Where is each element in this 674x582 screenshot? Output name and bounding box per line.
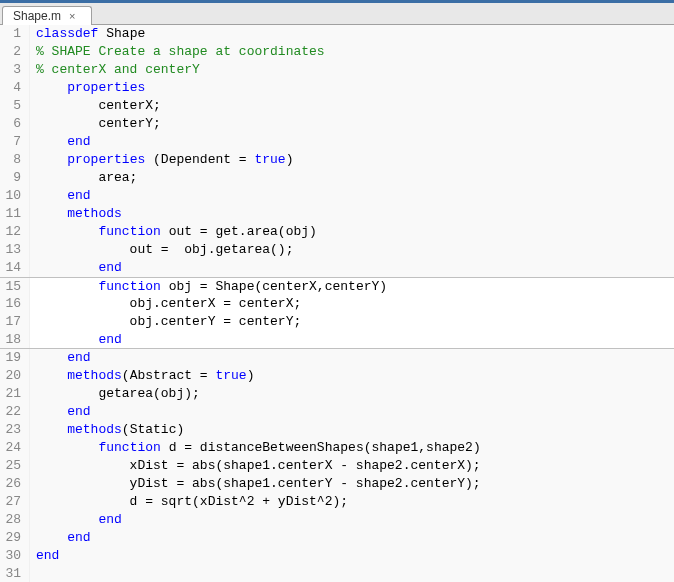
line-number: 9: [0, 169, 30, 187]
code-content[interactable]: classdef Shape: [30, 25, 674, 43]
code-content[interactable]: % centerX and centerY: [30, 61, 674, 79]
line-number: 10: [0, 187, 30, 205]
code-content[interactable]: end: [30, 511, 674, 529]
line-number: 16: [0, 295, 30, 313]
code-content[interactable]: centerX;: [30, 97, 674, 115]
code-content[interactable]: area;: [30, 169, 674, 187]
code-line[interactable]: 10 end: [0, 187, 674, 205]
line-number: 19: [0, 349, 30, 367]
code-content[interactable]: methods: [30, 205, 674, 223]
code-line[interactable]: 21 getarea(obj);: [0, 385, 674, 403]
line-number: 1: [0, 25, 30, 43]
line-number: 15: [0, 278, 30, 295]
code-content[interactable]: [30, 565, 674, 582]
code-line[interactable]: 1classdef Shape: [0, 25, 674, 43]
code-content[interactable]: % SHAPE Create a shape at coordinates: [30, 43, 674, 61]
file-tab-label: Shape.m: [13, 9, 61, 23]
code-line[interactable]: 7 end: [0, 133, 674, 151]
code-content[interactable]: end: [30, 529, 674, 547]
code-line[interactable]: 29 end: [0, 529, 674, 547]
code-content[interactable]: end: [30, 133, 674, 151]
code-line[interactable]: 28 end: [0, 511, 674, 529]
line-number: 27: [0, 493, 30, 511]
code-line[interactable]: 25 xDist = abs(shape1.centerX - shape2.c…: [0, 457, 674, 475]
code-line[interactable]: 15 function obj = Shape(centerX,centerY): [0, 277, 674, 295]
line-number: 7: [0, 133, 30, 151]
line-number: 26: [0, 475, 30, 493]
code-line[interactable]: 12 function out = get.area(obj): [0, 223, 674, 241]
file-tab[interactable]: Shape.m ×: [2, 6, 92, 25]
line-number: 14: [0, 259, 30, 277]
code-content[interactable]: end: [30, 403, 674, 421]
code-content[interactable]: end: [30, 259, 674, 277]
code-content[interactable]: obj.centerX = centerX;: [30, 295, 674, 313]
code-line[interactable]: 31: [0, 565, 674, 582]
code-content[interactable]: d = sqrt(xDist^2 + yDist^2);: [30, 493, 674, 511]
code-line[interactable]: 18 end: [0, 331, 674, 349]
tab-strip: Shape.m ×: [0, 3, 674, 25]
code-content[interactable]: obj.centerY = centerY;: [30, 313, 674, 331]
code-content[interactable]: getarea(obj);: [30, 385, 674, 403]
code-line[interactable]: 16 obj.centerX = centerX;: [0, 295, 674, 313]
line-number: 13: [0, 241, 30, 259]
code-line[interactable]: 3% centerX and centerY: [0, 61, 674, 79]
line-number: 12: [0, 223, 30, 241]
line-number: 4: [0, 79, 30, 97]
code-line[interactable]: 24 function d = distanceBetweenShapes(sh…: [0, 439, 674, 457]
code-line[interactable]: 2% SHAPE Create a shape at coordinates: [0, 43, 674, 61]
code-line[interactable]: 13 out = obj.getarea();: [0, 241, 674, 259]
code-content[interactable]: end: [30, 349, 674, 367]
line-number: 3: [0, 61, 30, 79]
code-content[interactable]: yDist = abs(shape1.centerY - shape2.cent…: [30, 475, 674, 493]
line-number: 31: [0, 565, 30, 582]
code-line[interactable]: 6 centerY;: [0, 115, 674, 133]
code-content[interactable]: function d = distanceBetweenShapes(shape…: [30, 439, 674, 457]
code-content[interactable]: xDist = abs(shape1.centerX - shape2.cent…: [30, 457, 674, 475]
line-number: 17: [0, 313, 30, 331]
code-content[interactable]: properties: [30, 79, 674, 97]
line-number: 20: [0, 367, 30, 385]
line-number: 18: [0, 331, 30, 348]
line-number: 5: [0, 97, 30, 115]
code-content[interactable]: end: [30, 187, 674, 205]
line-number: 24: [0, 439, 30, 457]
code-content[interactable]: centerY;: [30, 115, 674, 133]
code-content[interactable]: function out = get.area(obj): [30, 223, 674, 241]
code-content[interactable]: end: [30, 331, 674, 348]
code-content[interactable]: methods(Abstract = true): [30, 367, 674, 385]
line-number: 11: [0, 205, 30, 223]
line-number: 28: [0, 511, 30, 529]
code-line[interactable]: 5 centerX;: [0, 97, 674, 115]
code-line[interactable]: 26 yDist = abs(shape1.centerY - shape2.c…: [0, 475, 674, 493]
code-line[interactable]: 8 properties (Dependent = true): [0, 151, 674, 169]
line-number: 21: [0, 385, 30, 403]
code-line[interactable]: 9 area;: [0, 169, 674, 187]
code-line[interactable]: 23 methods(Static): [0, 421, 674, 439]
line-number: 29: [0, 529, 30, 547]
line-number: 23: [0, 421, 30, 439]
line-number: 8: [0, 151, 30, 169]
line-number: 25: [0, 457, 30, 475]
code-editor[interactable]: 1classdef Shape2% SHAPE Create a shape a…: [0, 25, 674, 582]
code-line[interactable]: 22 end: [0, 403, 674, 421]
line-number: 2: [0, 43, 30, 61]
close-icon[interactable]: ×: [69, 10, 75, 22]
code-content[interactable]: end: [30, 547, 674, 565]
code-line[interactable]: 27 d = sqrt(xDist^2 + yDist^2);: [0, 493, 674, 511]
code-content[interactable]: function obj = Shape(centerX,centerY): [30, 278, 674, 295]
line-number: 6: [0, 115, 30, 133]
code-line[interactable]: 19 end: [0, 349, 674, 367]
code-line[interactable]: 20 methods(Abstract = true): [0, 367, 674, 385]
code-line[interactable]: 14 end: [0, 259, 674, 277]
code-line[interactable]: 4 properties: [0, 79, 674, 97]
code-line[interactable]: 17 obj.centerY = centerY;: [0, 313, 674, 331]
code-line[interactable]: 30end: [0, 547, 674, 565]
line-number: 22: [0, 403, 30, 421]
line-number: 30: [0, 547, 30, 565]
code-content[interactable]: methods(Static): [30, 421, 674, 439]
code-line[interactable]: 11 methods: [0, 205, 674, 223]
code-content[interactable]: properties (Dependent = true): [30, 151, 674, 169]
code-content[interactable]: out = obj.getarea();: [30, 241, 674, 259]
